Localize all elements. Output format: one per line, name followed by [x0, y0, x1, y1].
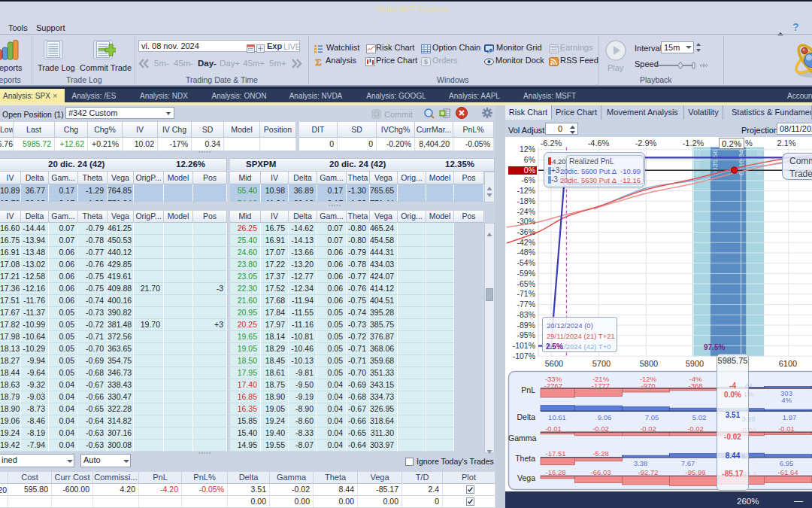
svg-text:5898.02: 5898.02 [693, 150, 701, 175]
svg-text:Σ: Σ [315, 57, 322, 66]
svg-text:5935.56: 5935.56 [710, 150, 719, 175]
svg-text:$: $ [424, 58, 428, 65]
